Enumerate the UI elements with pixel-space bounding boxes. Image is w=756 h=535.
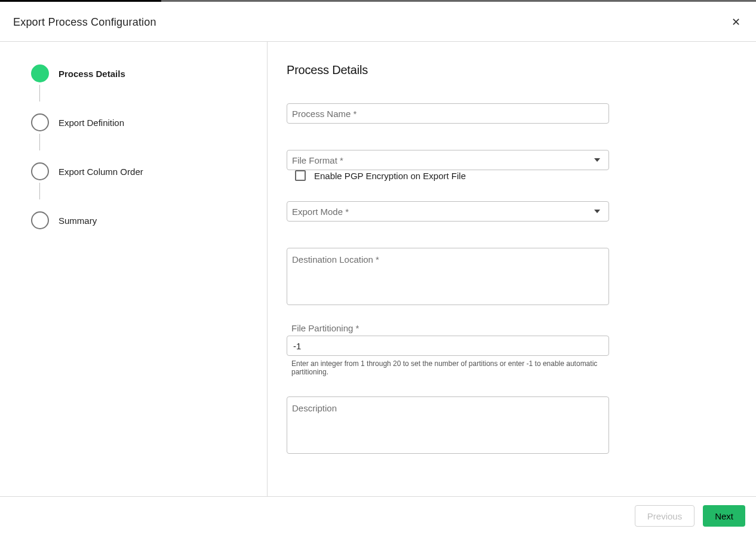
field-export-mode: Export Mode * [287, 201, 609, 222]
step-process-details[interactable]: Process Details [31, 64, 267, 82]
step-summary[interactable]: Summary [31, 211, 267, 229]
process-name-input-wrapper: Process Name * [287, 103, 609, 124]
step-label: Export Definition [59, 118, 124, 128]
field-file-partitioning: File Partitioning * Enter an integer fro… [287, 323, 609, 376]
step-label: Export Column Order [59, 167, 143, 177]
destination-input[interactable] [287, 248, 609, 305]
export-mode-label: Export Mode * [292, 207, 349, 217]
step-export-definition[interactable]: Export Definition [31, 113, 267, 131]
stepper-pane: Process Details Export Definition Export… [0, 42, 268, 496]
field-process-name: Process Name * [287, 103, 609, 124]
pgp-checkbox-row: Enable PGP Encryption on Export File [287, 170, 737, 181]
dialog-title: Export Process Configuration [13, 16, 156, 29]
step-circle [31, 211, 49, 229]
file-partitioning-label: File Partitioning * [291, 323, 609, 333]
dialog-header: Export Process Configuration ✕ [0, 2, 756, 42]
field-description: Description [287, 396, 609, 454]
field-file-format: File Format * [287, 150, 609, 170]
dialog-body: Process Details Export Definition Export… [0, 42, 756, 496]
field-destination: Destination Location * [287, 248, 609, 305]
pgp-checkbox-label: Enable PGP Encryption on Export File [314, 171, 466, 181]
process-name-input[interactable] [287, 104, 609, 123]
step-label: Summary [59, 216, 97, 226]
step-connector [39, 134, 40, 150]
file-partitioning-input[interactable] [287, 336, 609, 355]
step-circle-active [31, 64, 49, 82]
chevron-down-icon [594, 210, 600, 213]
export-config-dialog: Export Process Configuration ✕ Process D… [0, 2, 756, 535]
chevron-down-icon [594, 158, 600, 162]
close-button[interactable]: ✕ [727, 14, 744, 30]
step-circle [31, 113, 49, 131]
step-connector [39, 183, 40, 199]
description-input-wrapper: Description [287, 396, 609, 454]
step-circle [31, 162, 49, 180]
section-title: Process Details [287, 63, 737, 77]
close-icon: ✕ [732, 16, 740, 29]
file-format-select[interactable]: File Format * [287, 150, 609, 170]
file-format-label: File Format * [292, 155, 343, 165]
next-button[interactable]: Next [703, 505, 745, 527]
pgp-checkbox[interactable] [295, 170, 306, 181]
content-pane: Process Details Process Name * File Form… [268, 42, 756, 496]
step-label: Process Details [59, 69, 125, 79]
previous-button[interactable]: Previous [635, 505, 694, 527]
step-connector [39, 85, 40, 102]
export-mode-select[interactable]: Export Mode * [287, 201, 609, 222]
description-input[interactable] [287, 397, 609, 453]
file-partitioning-input-wrapper [287, 336, 609, 356]
destination-input-wrapper: Destination Location * [287, 248, 609, 305]
file-partitioning-helper: Enter an integer from 1 through 20 to se… [291, 359, 609, 376]
step-export-column-order[interactable]: Export Column Order [31, 162, 267, 180]
dialog-footer: Previous Next [0, 496, 756, 535]
